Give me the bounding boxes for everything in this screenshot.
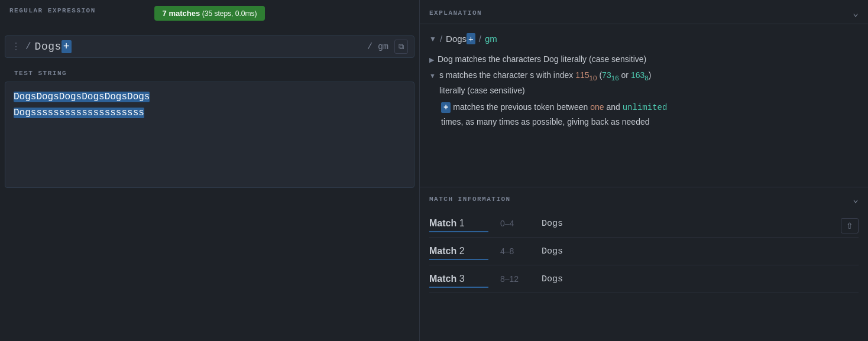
exp-s-description: s matches the character s with index 115…	[439, 69, 859, 98]
match-word-2: Match	[429, 246, 456, 256]
test-line-2: Dogssssssssssssssssssss	[14, 105, 406, 121]
match-word-1: Match	[429, 218, 456, 228]
match-range-2: 4–8	[500, 246, 530, 256]
regex-plain-text: Dogs	[35, 41, 61, 53]
drag-handle-icon[interactable]: ⋮	[11, 41, 21, 53]
exp-regex-line: ▼ / Dogs+ / gm	[429, 31, 859, 47]
regex-input-area[interactable]: Dogs+	[35, 41, 361, 53]
match-list[interactable]: ⇧ Match 1 0–4 Dogs Match 2 4–8 Dogs	[420, 210, 868, 341]
exp-dog-description: Dog matches the characters Dog literally…	[438, 53, 859, 67]
exp-plus-item: + matches the previous token between one…	[441, 100, 859, 129]
regex-flags: / gm	[367, 42, 388, 52]
exp-s-text2: literally (case sensitive)	[439, 86, 525, 95]
match-info-title: MATCH INFORMATION	[429, 196, 511, 203]
match-label-2: Match 2	[429, 246, 488, 256]
regex-bar: ⋮ / Dogs+ / gm ⧉	[5, 35, 414, 58]
exp-dog-item: ▶ Dog matches the characters Dog literal…	[429, 53, 859, 67]
right-panel: EXPLANATION ⌄ ▼ / Dogs+ / gm ▶ Dog match…	[420, 0, 868, 341]
table-row: Match 1 0–4 Dogs	[429, 210, 859, 238]
exp-plus-highlight: +	[467, 33, 475, 44]
chevron-down-icon[interactable]: ⌄	[853, 7, 859, 19]
match-value-3: Dogs	[542, 274, 563, 284]
exp-plus-description: + matches the previous token between one…	[441, 100, 859, 129]
regex-plus-char: +	[61, 40, 72, 53]
regex-text: Dogs+	[35, 41, 72, 53]
match-value-2: Dogs	[542, 246, 563, 256]
match-info-header: MATCH INFORMATION ⌄	[420, 187, 868, 210]
exp-plus-text1: matches the previous token between	[453, 102, 590, 112]
exp-plus-symbol: +	[441, 102, 451, 113]
match-num-1: 1	[459, 218, 465, 228]
match-word-3: Match	[429, 274, 456, 284]
match-num-3: 3	[459, 274, 465, 284]
matches-count: 7 matches	[163, 9, 200, 18]
match-range-1: 0–4	[500, 219, 530, 228]
explanation-body: ▼ / Dogs+ / gm ▶ Dog matches the charact…	[420, 24, 868, 187]
match-label-3: Match 3	[429, 274, 488, 284]
highlighted-match-line2: Dogssssssssssssssssssss	[14, 108, 144, 118]
table-row: Match 2 4–8 Dogs	[429, 238, 859, 265]
test-string-label: TEST STRING	[5, 63, 414, 82]
exp-dog-text: Dog matches the characters Dog literally…	[438, 54, 646, 64]
exp-num-163: 1638	[631, 70, 649, 80]
exp-s-arrow-icon: ▼	[429, 70, 436, 82]
match-range-3: 8–12	[500, 274, 530, 284]
share-button[interactable]: ⇧	[841, 218, 859, 233]
matches-badge: 7 matches (35 steps, 0.0ms)	[154, 6, 265, 21]
exp-flags: gm	[485, 31, 497, 47]
left-panel: REGULAR EXPRESSION 7 matches (35 steps, …	[0, 0, 420, 341]
match-value-1: Dogs	[542, 219, 563, 229]
regex-open-slash: /	[25, 41, 31, 52]
matches-steps: (35 steps, 0.0ms)	[202, 9, 257, 18]
match-info-chevron-icon[interactable]: ⌄	[853, 193, 859, 205]
match-num-2: 2	[459, 246, 465, 256]
regex-bar-wrapper: 7 matches (35 steps, 0.0ms) ⋮ / Dogs+ / …	[0, 19, 419, 58]
exp-one-text: one	[590, 102, 604, 112]
explanation-title: EXPLANATION	[429, 9, 482, 17]
table-row: Match 3 8–12 Dogs	[429, 265, 859, 293]
exp-regex-text: Dogs+	[446, 31, 475, 47]
exp-unlimited-text: unlimited	[623, 103, 668, 112]
explanation-header: EXPLANATION ⌄	[420, 0, 868, 24]
exp-and-text: and	[606, 102, 622, 112]
test-string-section: TEST STRING DogsDogsDogsDogsDogsDogs Dog…	[0, 58, 419, 341]
exp-plus-text2: times, as many times as possible, giving…	[441, 117, 650, 126]
test-line-1: DogsDogsDogsDogsDogsDogs	[14, 89, 406, 105]
exp-s-item: ▼ s matches the character s with index 1…	[429, 69, 859, 98]
exp-s-text: s matches the character s with index 115…	[439, 70, 652, 80]
exp-open-slash: /	[440, 31, 442, 47]
match-info-section: MATCH INFORMATION ⌄ ⇧ Match 1 0–4 Dogs M…	[420, 187, 868, 341]
match-label-1: Match 1	[429, 218, 488, 229]
test-string-content[interactable]: DogsDogsDogsDogsDogsDogs Dogssssssssssss…	[5, 82, 414, 188]
exp-dog-arrow-icon: ▶	[429, 54, 434, 66]
highlighted-match-line1: DogsDogsDogsDogsDogsDogs	[14, 92, 150, 102]
copy-button[interactable]: ⧉	[394, 40, 408, 54]
exp-close-slash: /	[479, 31, 481, 47]
exp-tree-collapse-icon[interactable]: ▼	[429, 33, 436, 45]
exp-num-73: 7316	[602, 70, 619, 80]
exp-num-115: 11510	[575, 70, 597, 80]
